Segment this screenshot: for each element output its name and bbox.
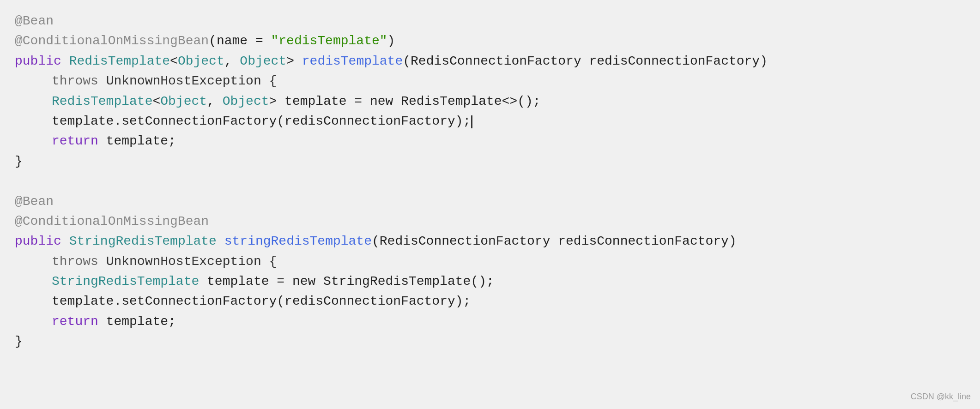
line-annotation2-block1: @ConditionalOnMissingBean(name = "redisT… (15, 31, 965, 51)
line-return-block2: return template; (15, 312, 965, 331)
code-block: @Bean @ConditionalOnMissingBean(name = "… (15, 11, 965, 352)
line-annotation1-block2: @Bean (15, 192, 965, 211)
line-signature-block1: public RedisTemplate<Object, Object> red… (15, 51, 965, 71)
line-return-block1: return template; (15, 131, 965, 151)
line-body2-block1: template.setConnectionFactory(redisConne… (15, 111, 965, 131)
line-body1-block1: RedisTemplate<Object, Object> template =… (15, 91, 965, 111)
line-body2-block2: template.setConnectionFactory(redisConne… (15, 291, 965, 311)
line-throws-block1: throws UnknownHostException { (15, 71, 965, 91)
line-annotation1-block1: @Bean (15, 11, 965, 31)
line-annotation2-block2: @ConditionalOnMissingBean (15, 211, 965, 231)
line-throws-block2: throws UnknownHostException { (15, 252, 965, 271)
line-body1-block2: StringRedisTemplate template = new Strin… (15, 271, 965, 291)
line-close-block1: } (15, 151, 965, 171)
line-signature-block2: public StringRedisTemplate stringRedisTe… (15, 231, 965, 251)
blank-line-1 (15, 171, 965, 191)
watermark-text: CSDN @kk_line (911, 391, 971, 403)
line-close-block2: } (15, 331, 965, 351)
